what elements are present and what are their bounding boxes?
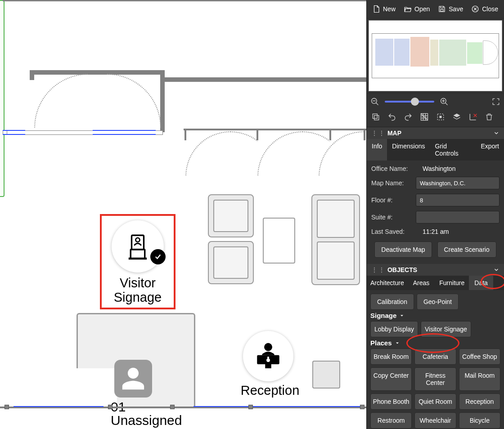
svg-line-25: [421, 114, 428, 121]
suite-input[interactable]: [416, 211, 500, 223]
grid-toggle-icon[interactable]: [420, 112, 429, 121]
desk-status-label: Unassigned: [111, 413, 182, 428]
sofa[interactable]: [311, 194, 360, 285]
window-line: [93, 130, 156, 131]
coffee-table[interactable]: [263, 218, 295, 264]
tab-data[interactable]: Data: [469, 276, 493, 290]
window-line: [3, 130, 25, 131]
pill-bicycle[interactable]: Bicycle: [459, 412, 500, 429]
chevron-down-icon: [493, 267, 500, 273]
svg-point-7: [136, 238, 140, 242]
svg-rect-8: [129, 258, 147, 260]
floor-label: Floor #:: [371, 197, 412, 204]
tab-grid-controls[interactable]: Grid Controls: [430, 139, 476, 161]
pill-break-room[interactable]: Break Room: [370, 349, 412, 365]
resize-handle[interactable]: [170, 405, 175, 409]
chair[interactable]: [208, 241, 254, 284]
save-button[interactable]: Save: [434, 3, 467, 15]
zoom-out-icon[interactable]: [370, 97, 379, 106]
tab-dimensions[interactable]: Dimensions: [387, 139, 430, 161]
pill-geo-point[interactable]: Geo-Point: [417, 294, 459, 310]
svg-rect-6: [130, 250, 145, 259]
minimap[interactable]: [369, 20, 502, 91]
pill-wheelchair[interactable]: Wheelchair: [414, 412, 456, 429]
last-saved-label: Last Saved:: [371, 228, 416, 235]
places-group-header[interactable]: Places: [370, 337, 500, 349]
wall: [184, 129, 186, 140]
trash-icon[interactable]: [485, 112, 494, 121]
signage-group-header[interactable]: Signage: [370, 310, 500, 321]
tab-info[interactable]: Info: [367, 139, 387, 161]
map-tabs: Info Dimensions Grid Controls Export: [367, 139, 504, 161]
pill-copy-center[interactable]: Copy Center: [370, 367, 412, 391]
wall: [164, 77, 366, 82]
map-name-label: Map Name:: [371, 179, 412, 187]
suite-label: Suite #:: [371, 214, 412, 221]
select-all-icon[interactable]: [436, 112, 445, 121]
unassigned-avatar[interactable]: [114, 360, 152, 398]
redo-icon[interactable]: [404, 112, 413, 121]
pill-mail-room[interactable]: Mail Room: [459, 367, 500, 391]
tab-furniture[interactable]: Furniture: [435, 276, 469, 290]
layers-icon[interactable]: [452, 112, 461, 121]
map-name-input[interactable]: [416, 177, 500, 189]
new-button[interactable]: New: [369, 3, 399, 15]
zoom-in-icon[interactable]: [440, 97, 449, 106]
green-area: [0, 0, 4, 197]
resize-handle[interactable]: [248, 405, 253, 409]
wall: [329, 129, 331, 140]
resize-handle[interactable]: [108, 405, 112, 409]
caret-down-icon: [399, 313, 405, 318]
tab-areas[interactable]: Areas: [408, 276, 435, 290]
deactivate-map-button[interactable]: Deactivate Map: [374, 241, 432, 258]
pill-visitor-signage[interactable]: Visitor Signage: [421, 321, 471, 337]
pill-coffee-shop[interactable]: Coffee Shop: [459, 349, 500, 365]
window-line: [14, 406, 104, 407]
create-scenario-button[interactable]: Create Scenario: [437, 241, 496, 258]
pill-cafeteria[interactable]: Cafeteria: [414, 349, 456, 365]
side-table[interactable]: [312, 361, 340, 389]
chevron-down-icon: [493, 130, 500, 136]
pill-calibration[interactable]: Calibration: [370, 294, 414, 310]
pill-lobby-display[interactable]: Lobby Display: [370, 321, 418, 337]
pill-reception[interactable]: Reception: [459, 393, 500, 410]
fullscreen-icon[interactable]: [491, 97, 500, 106]
floorplan-canvas[interactable]: Reception 01 Unassigned Visitor Signage: [0, 0, 366, 429]
undo-icon[interactable]: [387, 112, 396, 121]
chair[interactable]: [208, 194, 254, 237]
svg-point-3: [266, 358, 270, 362]
reception-marker[interactable]: [243, 331, 293, 381]
floor-input[interactable]: [416, 194, 500, 206]
folder-open-icon: [404, 5, 412, 13]
map-info-form: Office Name: Washington Map Name: Floor …: [367, 161, 504, 264]
tab-architecture[interactable]: Architecture: [367, 276, 408, 290]
zoom-slider[interactable]: [385, 101, 434, 103]
visitor-signage-marker[interactable]: [112, 220, 164, 273]
svg-rect-4: [267, 357, 269, 358]
resize-handle[interactable]: [360, 405, 364, 409]
close-circle-icon: [471, 5, 479, 13]
pill-phone-booth[interactable]: Phone Booth: [370, 393, 412, 410]
pill-restroom[interactable]: Restroom: [370, 412, 412, 429]
floppy-save-icon: [438, 5, 446, 13]
duplicate-icon[interactable]: [371, 112, 380, 121]
svg-rect-2: [265, 364, 271, 368]
resize-handle[interactable]: [4, 405, 9, 409]
pill-fitness-center[interactable]: Fitness Center: [414, 367, 456, 391]
window-line: [93, 134, 156, 135]
visitor-signage-label-2: Signage: [100, 290, 176, 305]
objects-section-header[interactable]: ⋮⋮ OBJECTS: [367, 264, 504, 276]
open-button[interactable]: Open: [400, 3, 433, 15]
map-section-header[interactable]: ⋮⋮ MAP: [367, 127, 504, 139]
clear-axes-icon[interactable]: [468, 112, 477, 121]
pill-quiet-room[interactable]: Quiet Room: [414, 393, 456, 410]
history-tool-row: [367, 110, 504, 127]
wall: [184, 129, 366, 130]
svg-line-12: [376, 103, 378, 105]
check-badge-icon: [150, 249, 166, 264]
close-button[interactable]: Close: [468, 3, 502, 15]
tab-export[interactable]: Export: [476, 139, 504, 161]
window-line: [3, 134, 25, 135]
visitor-signage-label-1: Visitor: [100, 276, 176, 290]
office-name-label: Office Name:: [371, 165, 416, 172]
